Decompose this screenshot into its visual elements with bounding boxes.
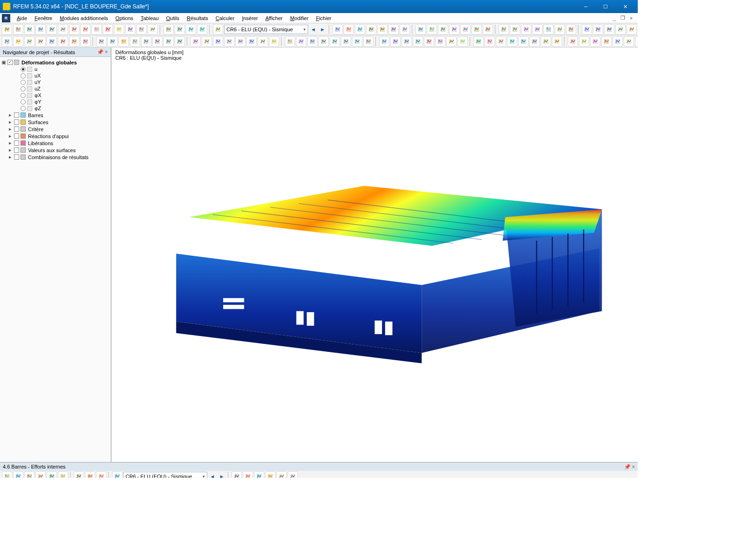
tb2-tool-16[interactable]: [190, 36, 201, 47]
tb2-tool-17[interactable]: [202, 36, 212, 47]
menu-afficher[interactable]: Afficher: [261, 14, 286, 22]
table-pin-icon[interactable]: 📌: [624, 464, 631, 469]
tb2-tool-10[interactable]: [119, 36, 129, 47]
tb2-tool-52[interactable]: [613, 36, 623, 47]
tbl-btn-5[interactable]: [58, 471, 68, 478]
tb2-tool-7[interactable]: [80, 36, 91, 47]
tb2-tool-49[interactable]: [579, 36, 589, 47]
tb1-view-0[interactable]: [163, 24, 174, 35]
tb2-tool-1[interactable]: [13, 36, 23, 47]
tbl-btn2-1[interactable]: [85, 471, 95, 478]
tb2-tool-48[interactable]: [568, 36, 578, 47]
tb1-tool-15[interactable]: [510, 24, 520, 35]
tb1-tool-14[interactable]: [499, 24, 509, 35]
tb1-btn-6[interactable]: [69, 24, 79, 35]
tb1-btn-9[interactable]: [103, 24, 113, 35]
tb2-tool-22[interactable]: [258, 36, 268, 47]
tb2-tool-30[interactable]: [352, 36, 362, 47]
loadcase-combo[interactable]: CR6 - ELU (EQU) - Sismique: [224, 25, 308, 34]
tb1-tool-1[interactable]: [344, 24, 354, 35]
tbl-btn3-4[interactable]: [276, 471, 287, 478]
mdi-close-button[interactable]: ×: [627, 15, 635, 21]
tb1-view-2[interactable]: [186, 24, 196, 35]
tb1-tool-5[interactable]: [388, 24, 399, 35]
tb2-tool-42[interactable]: [496, 36, 506, 47]
tb1-btn-10[interactable]: [114, 24, 124, 35]
model-viewport[interactable]: Déformations globales u [mm] CR6 : ELU (…: [111, 48, 638, 462]
menu-aide[interactable]: Aide: [13, 14, 31, 22]
tb1-btn-2[interactable]: [24, 24, 35, 35]
tb2-tool-15[interactable]: [175, 36, 185, 47]
tb2-tool-46[interactable]: [541, 36, 551, 47]
tb1-tool-12[interactable]: [472, 24, 482, 35]
tree-group-r-actions-d-appui[interactable]: ▸Réactions d'appui: [1, 133, 110, 140]
panel-close-icon[interactable]: ×: [105, 49, 108, 55]
table-lc-nav[interactable]: ►: [218, 472, 226, 478]
tb1-tool-9[interactable]: [438, 24, 448, 35]
tb2-tool-41[interactable]: [485, 36, 495, 47]
tb2-tool-21[interactable]: [247, 36, 257, 47]
tb2-tool-12[interactable]: [141, 36, 151, 47]
tb2-tool-18[interactable]: [213, 36, 223, 47]
tb1-tool-22[interactable]: [593, 24, 603, 35]
tb2-tool-25[interactable]: [296, 36, 306, 47]
tree-group-barres[interactable]: ▸Barres: [1, 112, 110, 119]
tb1-view-1[interactable]: [175, 24, 185, 35]
tb1-tool-20[interactable]: [566, 24, 576, 35]
tbl-btn3-2[interactable]: [254, 471, 264, 478]
tb1-tool-13[interactable]: [483, 24, 493, 35]
tb2-tool-14[interactable]: [163, 36, 174, 47]
tb2-tool-29[interactable]: [341, 36, 351, 47]
tb2-tool-43[interactable]: [507, 36, 517, 47]
tree-sub-u[interactable]: u: [1, 66, 110, 72]
tb1-tool-25[interactable]: [627, 24, 637, 35]
tb2-tool-13[interactable]: [152, 36, 162, 47]
tbl-btn-1[interactable]: [13, 471, 23, 478]
maximize-button[interactable]: ☐: [596, 1, 615, 12]
table-close-icon[interactable]: ×: [632, 464, 635, 469]
tree-group-valeurs-aux-surfaces[interactable]: ▸Valeurs aux surfaces: [1, 147, 110, 154]
tb2-tool-5[interactable]: [58, 36, 68, 47]
tb2-tool-28[interactable]: [330, 36, 340, 47]
tbl-lc-icon[interactable]: [112, 471, 122, 478]
tb1-tool-10[interactable]: [449, 24, 459, 35]
tb2-tool-27[interactable]: [318, 36, 329, 47]
tb2-tool-8[interactable]: [96, 36, 106, 47]
tb1-btn-4[interactable]: [47, 24, 57, 35]
tb1-tool-24[interactable]: [615, 24, 626, 35]
tb2-tool-38[interactable]: [446, 36, 457, 47]
tree-sub-φY[interactable]: φY: [1, 98, 110, 105]
tb1-tool-19[interactable]: [555, 24, 565, 35]
tb2-tool-35[interactable]: [413, 36, 423, 47]
tbl-btn3-1[interactable]: [243, 471, 253, 478]
mdi-restore-button[interactable]: ❐: [619, 15, 627, 21]
tb1-tool-2[interactable]: [355, 24, 365, 35]
tb1-tool-3[interactable]: [366, 24, 376, 35]
tbl-btn-2[interactable]: [24, 471, 35, 478]
tb1-btn-1[interactable]: [13, 24, 23, 35]
tbl-btn-3[interactable]: [35, 471, 46, 478]
tbl-btn-4[interactable]: [47, 471, 57, 478]
tree-sub-uZ[interactable]: uZ: [1, 85, 110, 92]
tb2-tool-26[interactable]: [307, 36, 317, 47]
tb1-tool-4[interactable]: [377, 24, 388, 35]
tb1-tool-16[interactable]: [521, 24, 531, 35]
tb1-btn-13[interactable]: [148, 24, 158, 35]
tbl-btn3-0[interactable]: [232, 471, 242, 478]
tb2-tool-51[interactable]: [601, 36, 612, 47]
tbl-btn2-2[interactable]: [96, 471, 106, 478]
tb2-tool-50[interactable]: [590, 36, 600, 47]
tb2-tool-53[interactable]: [624, 36, 634, 47]
table-lc-nav[interactable]: ◄: [208, 472, 217, 478]
tb2-tool-3[interactable]: [35, 36, 46, 47]
tbl-btn3-3[interactable]: [265, 471, 275, 478]
tree-sub-uX[interactable]: uX: [1, 72, 110, 79]
tb1-btn-5[interactable]: [58, 24, 68, 35]
tree-group-crit-re[interactable]: ▸Critère: [1, 126, 110, 133]
tbl-btn3-5[interactable]: [288, 471, 298, 478]
tree-deformations-globales[interactable]: ▣✓Déformations globales: [1, 59, 110, 66]
tb1-btn-12[interactable]: [136, 24, 147, 35]
tb1-btn-0[interactable]: [2, 24, 12, 35]
tb2-tool-47[interactable]: [552, 36, 562, 47]
tb1-tool-11[interactable]: [460, 24, 471, 35]
